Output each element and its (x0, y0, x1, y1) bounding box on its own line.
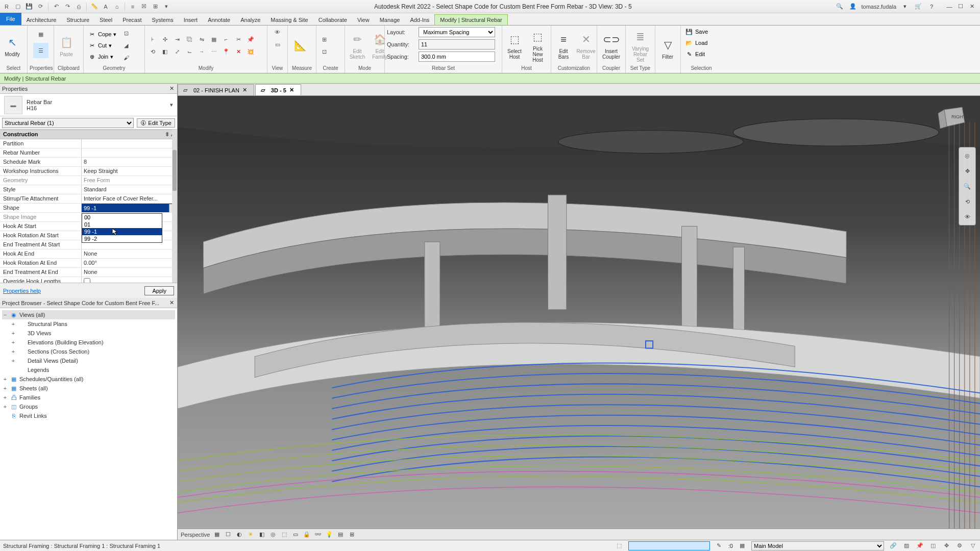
background-processes-icon[interactable]: ⚙ (955, 542, 964, 550)
tree-twisty-icon[interactable]: − (2, 312, 8, 318)
tab-massing-site[interactable]: Massing & Site (265, 15, 313, 25)
properties-icon[interactable]: ☰ (33, 43, 48, 58)
properties-help-link[interactable]: Properties help (3, 288, 41, 294)
linear-array-icon[interactable]: ⋯ (208, 46, 219, 57)
lock-3d-icon[interactable]: 🔒 (303, 531, 311, 539)
split-face-icon[interactable]: ◢ (120, 40, 132, 51)
zoom-icon[interactable]: 🔍 (961, 180, 973, 192)
tree-node[interactable]: −◉Views (all) (2, 310, 175, 319)
design-options-icon[interactable]: ▦ (738, 542, 746, 550)
properties-scrollbar[interactable] (172, 130, 177, 283)
tree-node[interactable]: ⎘Revit Links (2, 411, 175, 420)
join-button[interactable]: ⊕Join ▾ (86, 52, 118, 62)
cope-button[interactable]: ✂Cope ▾ (86, 29, 118, 39)
signin-icon[interactable]: 👤 (848, 2, 857, 11)
tab-structure[interactable]: Structure (61, 15, 94, 25)
close-tab-icon[interactable]: ✕ (289, 87, 296, 93)
mirror-axis-icon[interactable]: ⇋ (196, 34, 207, 45)
visual-style-icon[interactable]: ◐ (235, 531, 243, 539)
pick-new-host-button[interactable]: ⬚Pick New Host (527, 28, 549, 64)
create-group-icon[interactable]: ⊞ (318, 34, 330, 45)
remove-bar-button[interactable]: ✕Remove Bar (576, 30, 596, 61)
tree-node[interactable]: +3D Views (2, 329, 175, 338)
main-model-select[interactable]: Main Model (751, 541, 884, 550)
tab-insert[interactable]: Insert (179, 15, 203, 25)
load-selection-button[interactable]: 📂Load (683, 38, 709, 48)
tree-twisty-icon[interactable]: + (10, 321, 16, 327)
select-host-button[interactable]: ⬚Select Host (504, 30, 525, 61)
rendering-icon[interactable]: ◎ (269, 531, 277, 539)
pin-icon[interactable]: 📍 (220, 46, 232, 57)
tree-node[interactable]: +Sections (Cross Section) (2, 347, 175, 356)
editable-only-icon[interactable]: ✎ (715, 542, 723, 550)
property-row[interactable]: End Treatment At EndNone (0, 268, 177, 277)
create-assembly-icon[interactable]: ⊡ (318, 46, 330, 57)
view-tab[interactable]: ▱02 - FINISH PLAN✕ (178, 84, 254, 95)
redo-icon[interactable]: ↷ (63, 2, 72, 11)
close-project-browser-icon[interactable]: ✕ (168, 299, 175, 307)
tab-add-ins[interactable]: Add-Ins (405, 15, 434, 25)
thin-lines-icon[interactable]: ≡ (128, 2, 137, 11)
property-row[interactable]: GeometryFree Form (0, 176, 177, 185)
detail-level-icon[interactable]: ☐ (224, 531, 232, 539)
tab-steel[interactable]: Steel (94, 15, 117, 25)
property-row[interactable]: Stirrup/Tie AttachmentInterior Face of C… (0, 194, 177, 204)
filter-status-icon[interactable]: ▽ (969, 542, 977, 550)
tree-twisty-icon[interactable]: + (2, 404, 8, 410)
reveal-hidden-icon[interactable]: 💡 (325, 531, 333, 539)
property-row[interactable]: Shape99 -1▾ (0, 204, 177, 213)
help-icon[interactable]: ? (927, 2, 936, 11)
type-selector[interactable]: ▬ Rebar Bar H16 ▾ (0, 94, 177, 116)
layout-select[interactable]: Maximum Spacing (419, 27, 495, 37)
crop-region-icon[interactable]: ▭ (291, 531, 300, 539)
edit-type-button[interactable]: 🛈Edit Type (137, 118, 175, 128)
tab-precast[interactable]: Precast (117, 15, 146, 25)
search-icon[interactable]: 🔍 (835, 2, 844, 11)
tree-twisty-icon[interactable]: + (10, 348, 16, 355)
measure-icon[interactable]: 📏 (90, 2, 99, 11)
tab-systems[interactable]: Systems (146, 15, 178, 25)
property-row[interactable]: StyleStandard (0, 185, 177, 194)
print-icon[interactable]: ⎙ (74, 2, 83, 11)
sync-icon[interactable]: ⟳ (36, 2, 45, 11)
quantity-input[interactable] (419, 39, 495, 49)
close-tab-icon[interactable]: ✕ (242, 87, 249, 93)
type-dropdown-icon[interactable]: ▾ (170, 102, 173, 108)
hide-icon[interactable]: 👁 (272, 27, 283, 38)
tree-node[interactable]: +凸Families (2, 393, 175, 402)
user-dropdown-icon[interactable]: ▾ (900, 2, 910, 11)
edit-selection-button[interactable]: ✎Edit (683, 49, 707, 59)
tab-annotate[interactable]: Annotate (203, 15, 235, 25)
tree-node[interactable]: +▦Sheets (all) (2, 384, 175, 393)
save-icon[interactable]: 💾 (24, 2, 34, 11)
3d-viewport[interactable]: RIGHT ◎ ✥ 🔍 ⟲ 👁 (178, 96, 980, 529)
instance-filter-select[interactable]: Structural Rebar (1) (2, 118, 134, 128)
copy-icon[interactable]: ⿻ (184, 34, 195, 45)
tree-twisty-icon[interactable]: + (2, 394, 8, 400)
tree-node[interactable]: +Structural Plans (2, 319, 175, 329)
shape-dropdown[interactable]: 000199 -199 -2 (82, 213, 162, 243)
tree-twisty-icon[interactable]: + (10, 330, 16, 336)
property-row[interactable]: Schedule Mark8 (0, 158, 177, 167)
drag-elements-icon[interactable]: ✥ (942, 542, 950, 550)
property-row[interactable]: Hook At EndNone (0, 249, 177, 259)
tree-node[interactable]: +▦Schedules/Quantities (all) (2, 374, 175, 384)
tab-analyze[interactable]: Analyze (235, 15, 265, 25)
property-row[interactable]: Hook Rotation At End0.00° (0, 259, 177, 268)
app-store-icon[interactable]: 🛒 (914, 2, 923, 11)
lookaround-icon[interactable]: 👁 (961, 211, 973, 223)
measure-button[interactable]: 📐 (290, 36, 310, 55)
offset-icon[interactable]: ⇥ (172, 34, 183, 45)
type-properties-icon[interactable]: ▦ (33, 27, 48, 42)
temp-hide-icon[interactable]: 👓 (314, 531, 322, 539)
pan-icon[interactable]: ✥ (961, 165, 973, 177)
qat-dropdown-icon[interactable]: ▾ (162, 2, 171, 11)
apply-button[interactable]: Apply (144, 286, 174, 295)
save-selection-button[interactable]: 💾Save (683, 27, 710, 37)
select-pinned-icon[interactable]: 📌 (916, 542, 924, 550)
undo-icon[interactable]: ↶ (52, 2, 61, 11)
close-button[interactable]: ✕ (967, 2, 977, 12)
scale-icon[interactable]: ⤢ (172, 46, 183, 57)
tree-node[interactable]: +Elevations (Building Elevation) (2, 338, 175, 347)
dropdown-option[interactable]: 99 -2 (82, 235, 162, 242)
